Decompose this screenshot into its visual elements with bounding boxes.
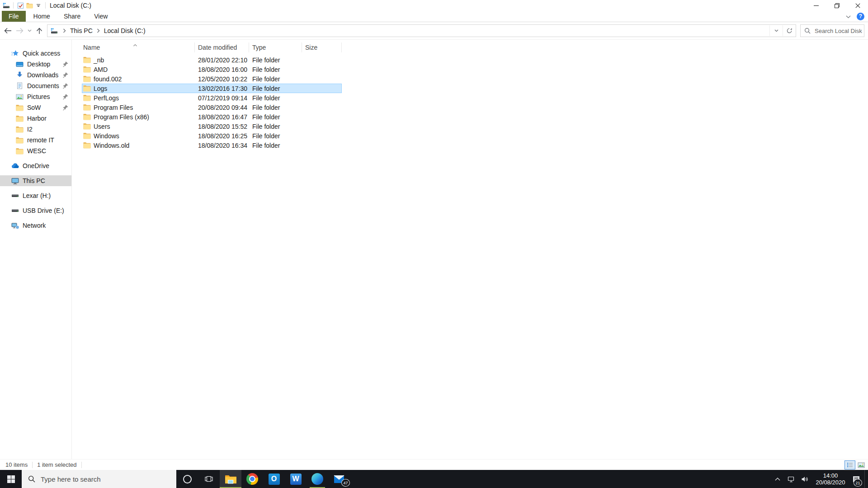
forward-button[interactable] <box>14 24 25 37</box>
sidebar-item-sow[interactable]: SoW <box>0 102 71 113</box>
search-icon <box>804 28 811 34</box>
sidebar-item-network[interactable]: Network <box>0 220 71 231</box>
taskbar-app-file-explorer[interactable] <box>220 470 241 488</box>
task-view-button[interactable] <box>198 470 220 488</box>
file-row-windows-old[interactable]: Windows.old 18/08/2020 16:34 File folder <box>82 141 342 150</box>
explorer-search-input[interactable] <box>814 27 864 35</box>
file-row-amd[interactable]: AMD 18/08/2020 16:00 File folder <box>82 65 342 74</box>
previous-locations-chevron-icon[interactable] <box>769 25 783 36</box>
new-folder-icon[interactable] <box>25 1 34 9</box>
status-separator <box>81 462 82 468</box>
breadcrumb-chevron-icon[interactable] <box>60 28 69 33</box>
pin-icon <box>62 104 69 111</box>
minimize-ribbon-icon[interactable] <box>846 12 851 20</box>
outlook-icon: O <box>269 474 280 485</box>
sidebar-item-harbor[interactable]: Harbor <box>0 113 71 124</box>
sidebar-item-this-pc[interactable]: This PC <box>0 175 71 186</box>
sidebar-item-downloads[interactable]: Downloads <box>0 70 71 80</box>
recent-locations-chevron-icon[interactable] <box>25 24 33 37</box>
minimize-button[interactable] <box>806 0 826 11</box>
breadcrumb-chevron-icon[interactable] <box>94 28 103 33</box>
back-button[interactable] <box>2 24 14 37</box>
taskbar-clock[interactable]: 14:00 20/08/2020 <box>813 472 848 486</box>
sidebar-item-lexar-h[interactable]: Lexar (H:) <box>0 190 71 201</box>
file-row-program-files[interactable]: Program Files 20/08/2020 09:44 File fold… <box>82 103 342 112</box>
folder-icon <box>83 113 91 120</box>
column-header-type[interactable]: Type <box>249 42 302 52</box>
pin-icon <box>62 61 69 67</box>
status-separator <box>32 462 33 468</box>
sort-ascending-icon <box>133 41 137 48</box>
explorer-body: Quick access Desktop Downloads Documents… <box>0 40 868 459</box>
details-view-button[interactable] <box>844 460 855 469</box>
folder-icon <box>83 123 91 130</box>
taskbar: O W 47 14:00 20/08/2020 21 <box>0 470 868 488</box>
mail-badge: 47 <box>341 479 350 487</box>
file-row-perflogs[interactable]: PerfLogs 07/12/2019 09:14 File folder <box>82 93 342 103</box>
folder-icon <box>16 136 24 144</box>
up-button[interactable] <box>33 24 45 37</box>
sidebar-item-pictures[interactable]: Pictures <box>0 91 71 102</box>
taskbar-search-box[interactable] <box>22 470 176 488</box>
file-explorer-icon <box>225 474 236 484</box>
file-list: Name Date modified Type Size _nb 28/01/2… <box>82 41 342 150</box>
properties-icon[interactable] <box>16 1 25 9</box>
sidebar-item-quick-access[interactable]: Quick access <box>0 48 71 59</box>
help-icon[interactable]: ? <box>857 13 864 20</box>
taskbar-app-mail[interactable]: 47 <box>328 470 350 488</box>
start-button[interactable] <box>0 470 22 488</box>
breadcrumb-local-disk[interactable]: Local Disk (C:) <box>103 27 147 34</box>
address-bar-buttons <box>769 25 796 36</box>
window-controls <box>806 0 868 11</box>
action-center-button[interactable]: 21 <box>850 470 862 488</box>
breadcrumb-this-pc[interactable]: This PC <box>69 27 94 34</box>
sidebar-item-i2[interactable]: I2 <box>0 124 71 135</box>
address-bar[interactable]: This PC Local Disk (C:) <box>47 24 796 37</box>
taskbar-app-outlook[interactable]: O <box>263 470 285 488</box>
sidebar-item-remote-it[interactable]: remote IT <box>0 135 71 145</box>
windows-logo-icon <box>7 475 15 483</box>
taskbar-app-edge[interactable] <box>307 470 328 488</box>
cortana-button[interactable] <box>176 470 198 488</box>
restore-button[interactable] <box>826 0 847 11</box>
column-header-name[interactable]: Name <box>82 42 195 52</box>
sidebar-item-usb-drive-e[interactable]: USB Drive (E:) <box>0 205 71 216</box>
file-row-windows[interactable]: Windows 18/08/2020 16:25 File folder <box>82 131 342 141</box>
hidden-icons-chevron-icon[interactable] <box>772 470 783 488</box>
window-title: Local Disk (C:) <box>50 2 91 9</box>
sidebar-item-documents[interactable]: Documents <box>0 80 71 91</box>
folder-icon <box>83 75 91 82</box>
file-row-nb[interactable]: _nb 28/01/2020 22:10 File folder <box>82 55 342 65</box>
sidebar-item-onedrive[interactable]: OneDrive <box>0 160 71 171</box>
search-icon <box>28 475 35 483</box>
thumbnail-view-button[interactable] <box>856 460 867 469</box>
file-row-users[interactable]: Users 18/08/2020 15:52 File folder <box>82 122 342 131</box>
word-icon: W <box>290 474 302 485</box>
volume-icon[interactable] <box>799 470 811 488</box>
ribbon-tab-file[interactable]: File <box>2 11 26 22</box>
explorer-search-box[interactable] <box>800 24 864 37</box>
file-row-found-002[interactable]: found.002 12/05/2020 10:22 File folder <box>82 74 342 84</box>
taskbar-app-word[interactable]: W <box>285 470 307 488</box>
taskbar-search-input[interactable] <box>40 475 155 483</box>
column-header-date-modified[interactable]: Date modified <box>195 42 249 52</box>
cortana-icon <box>183 475 192 483</box>
drive-icon <box>11 207 19 214</box>
show-desktop-button[interactable] <box>864 470 867 488</box>
network-tray-icon[interactable] <box>785 470 797 488</box>
ribbon-tab-home[interactable]: Home <box>27 11 57 22</box>
drive-icon <box>11 192 19 199</box>
taskbar-app-chrome[interactable] <box>241 470 263 488</box>
file-row-program-files-x86[interactable]: Program Files (x86) 18/08/2020 16:47 Fil… <box>82 112 342 122</box>
file-explorer-window: Local Disk (C:) FileHomeShareView <box>0 0 868 470</box>
column-header-size[interactable]: Size <box>302 42 342 52</box>
refresh-icon[interactable] <box>783 25 796 36</box>
title-bar[interactable]: Local Disk (C:) <box>0 0 868 11</box>
ribbon-tab-share[interactable]: Share <box>57 11 87 22</box>
sidebar-item-wesc[interactable]: WESC <box>0 145 71 156</box>
sidebar-item-desktop[interactable]: Desktop <box>0 59 71 70</box>
file-row-logs[interactable]: Logs 13/02/2016 17:30 File folder <box>82 84 342 93</box>
ribbon-tab-view[interactable]: View <box>87 11 114 22</box>
close-button[interactable] <box>847 0 868 11</box>
customize-quick-access-toolbar-icon[interactable] <box>34 1 43 9</box>
